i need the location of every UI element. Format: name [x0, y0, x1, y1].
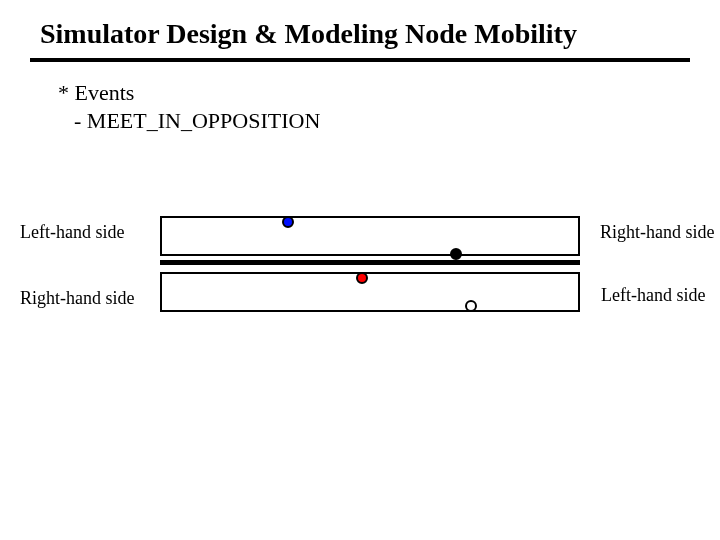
label-top-left: Left-hand side: [20, 222, 124, 243]
node-red-icon: [356, 272, 368, 284]
bullet-meet-in-opposition: - MEET_IN_OPPOSITION: [74, 108, 320, 134]
title-underline: [30, 58, 690, 62]
label-top-right: Right-hand side: [600, 222, 715, 243]
node-black-icon: [450, 248, 462, 260]
lane-separator: [160, 260, 580, 265]
node-hollow-icon: [465, 300, 477, 312]
slide-title: Simulator Design & Modeling Node Mobilit…: [40, 18, 680, 50]
bullet-events: * Events: [58, 80, 134, 106]
lane-top: [160, 216, 580, 256]
lane-bottom: [160, 272, 580, 312]
slide: Simulator Design & Modeling Node Mobilit…: [0, 0, 720, 540]
node-blue-icon: [282, 216, 294, 228]
label-bottom-left: Right-hand side: [20, 288, 135, 309]
label-bottom-right: Left-hand side: [601, 285, 705, 306]
